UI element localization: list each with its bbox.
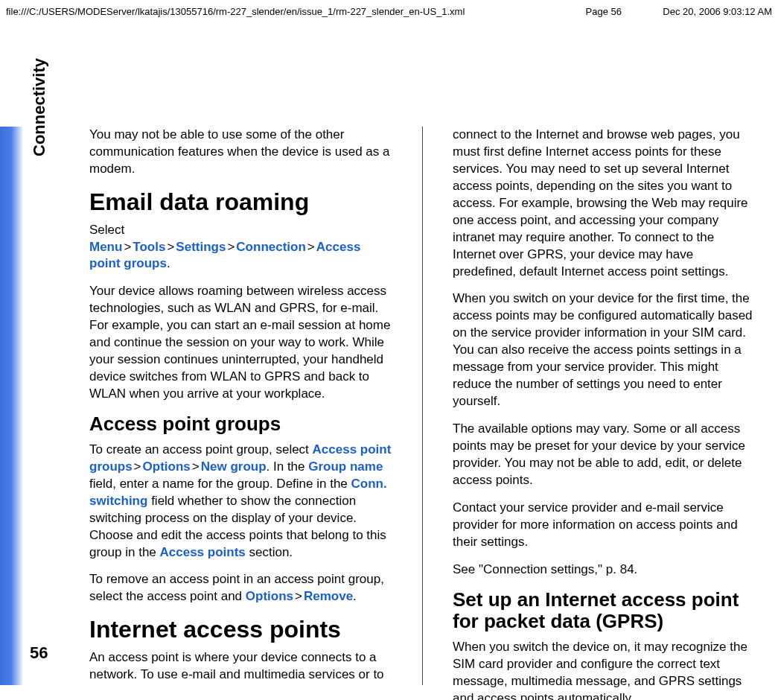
nav-item: Remove (304, 589, 353, 603)
nav-item: Options (246, 589, 293, 603)
columns: You may not be able to use some of the o… (89, 127, 756, 685)
nav-item: Connection (236, 240, 306, 254)
paragraph: To remove an access point in an access p… (89, 571, 392, 605)
paragraph: An access point is where your device con… (89, 649, 392, 684)
text: . (167, 256, 170, 270)
file-path: file:///C:/USERS/MODEServer/lkatajis/130… (6, 6, 465, 17)
nav-separator: > (191, 459, 201, 474)
heading-email-roaming: Email data roaming (89, 188, 392, 216)
nav-separator: > (226, 240, 236, 254)
page-root: file:///C:/USERS/MODEServer/lkatajis/130… (0, 0, 778, 700)
content-area: Connectivity 56 You may not be able to u… (0, 127, 778, 685)
left-gutter: Connectivity 56 (0, 127, 82, 685)
paragraph: Your device allows roaming between wirel… (89, 283, 392, 403)
nav-separator: > (306, 240, 316, 254)
text: Select (89, 223, 124, 237)
paragraph: See "Connection settings," p. 84. (453, 561, 756, 579)
paragraph: When you switch on your device for the f… (453, 290, 756, 410)
heading-gprs-setup: Set up an Internet access point for pack… (453, 589, 756, 634)
text: section. (246, 545, 293, 559)
paragraph: To create an access point group, select … (89, 442, 392, 561)
page-indicator: Page 56 (586, 6, 622, 17)
nav-item: Tools (133, 240, 165, 254)
nav-item: Access points (160, 545, 246, 559)
print-timestamp: Dec 20, 2006 9:03:12 AM (663, 6, 772, 17)
section-label: Connectivity (30, 58, 49, 156)
print-header: file:///C:/USERS/MODEServer/lkatajis/130… (0, 6, 778, 22)
column-left: You may not be able to use some of the o… (89, 127, 392, 685)
nav-separator: > (293, 589, 304, 603)
text: To create an access point group, select (89, 442, 313, 456)
column-divider (422, 127, 423, 685)
nav-item: Options (143, 459, 191, 474)
paragraph: Contact your service provider and e-mail… (453, 500, 756, 551)
heading-access-point-groups: Access point groups (89, 413, 392, 436)
nav-separator: > (122, 240, 133, 254)
paragraph: The available options may vary. Some or … (453, 421, 756, 489)
nav-separator: > (133, 459, 143, 474)
nav-item: New group (201, 459, 267, 474)
nav-item: Settings (176, 240, 226, 254)
nav-path-paragraph: Select Menu>Tools>Settings>Connection>Ac… (89, 222, 392, 273)
nav-separator: > (165, 240, 176, 254)
page-number: 56 (30, 643, 48, 663)
paragraph: You may not be able to use some of the o… (89, 127, 392, 178)
nav-item: Menu (89, 240, 122, 254)
paragraph: When you switch the device on, it may re… (453, 639, 756, 700)
text: field, enter a name for the group. Defin… (89, 477, 351, 491)
heading-internet-access-points: Internet access points (89, 616, 392, 643)
text: . (353, 589, 357, 603)
nav-item: Group name (308, 459, 383, 474)
column-right: connect to the Internet and browse web p… (453, 127, 756, 685)
paragraph: connect to the Internet and browse web p… (453, 127, 756, 280)
text: . In the (267, 459, 309, 474)
thumb-tab (0, 127, 22, 685)
